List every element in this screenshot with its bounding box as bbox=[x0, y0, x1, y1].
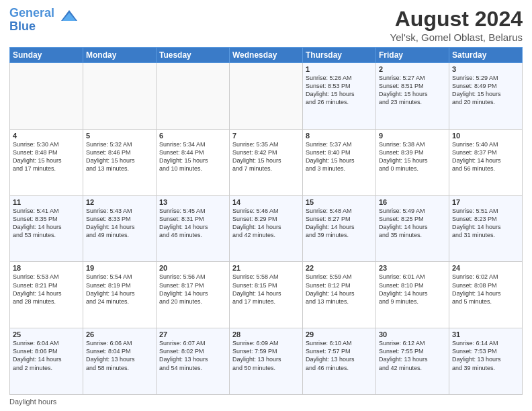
day-number: 27 bbox=[159, 330, 226, 338]
footer: Daylight hours bbox=[9, 398, 523, 406]
day-info: Sunrise: 5:37 AM Sunset: 8:40 PM Dayligh… bbox=[306, 140, 373, 173]
calendar-cell bbox=[230, 63, 303, 130]
day-number: 14 bbox=[232, 198, 300, 206]
calendar-cell: 1Sunrise: 5:26 AM Sunset: 8:53 PM Daylig… bbox=[303, 63, 376, 130]
day-info: Sunrise: 5:26 AM Sunset: 8:53 PM Dayligh… bbox=[306, 74, 373, 107]
calendar-cell: 20Sunrise: 5:56 AM Sunset: 8:17 PM Dayli… bbox=[157, 262, 230, 328]
calendar-cell: 18Sunrise: 5:53 AM Sunset: 8:21 PM Dayli… bbox=[10, 262, 83, 328]
calendar-cell: 2Sunrise: 5:27 AM Sunset: 8:51 PM Daylig… bbox=[376, 63, 449, 130]
day-number: 28 bbox=[232, 330, 300, 338]
day-info: Sunrise: 5:58 AM Sunset: 8:15 PM Dayligh… bbox=[232, 273, 300, 306]
day-info: Sunrise: 6:04 AM Sunset: 8:06 PM Dayligh… bbox=[13, 339, 80, 372]
day-number: 25 bbox=[13, 330, 80, 338]
logo-icon bbox=[56, 7, 77, 26]
calendar-cell: 8Sunrise: 5:37 AM Sunset: 8:40 PM Daylig… bbox=[303, 129, 376, 195]
calendar-cell: 30Sunrise: 6:12 AM Sunset: 7:55 PM Dayli… bbox=[376, 328, 449, 395]
page: General Blue August 2024 Yel'sk, Gomel O… bbox=[0, 0, 532, 411]
calendar-cell: 16Sunrise: 5:49 AM Sunset: 8:25 PM Dayli… bbox=[376, 195, 449, 262]
calendar-cell: 21Sunrise: 5:58 AM Sunset: 8:15 PM Dayli… bbox=[230, 262, 303, 328]
calendar-cell: 9Sunrise: 5:38 AM Sunset: 8:39 PM Daylig… bbox=[376, 129, 449, 195]
calendar-cell: 29Sunrise: 6:10 AM Sunset: 7:57 PM Dayli… bbox=[303, 328, 376, 395]
day-number: 31 bbox=[452, 330, 519, 338]
calendar-cell: 3Sunrise: 5:29 AM Sunset: 8:49 PM Daylig… bbox=[449, 63, 523, 130]
day-number: 2 bbox=[379, 65, 446, 73]
calendar-cell: 6Sunrise: 5:34 AM Sunset: 8:44 PM Daylig… bbox=[157, 129, 230, 195]
day-info: Sunrise: 5:54 AM Sunset: 8:19 PM Dayligh… bbox=[86, 273, 153, 306]
day-info: Sunrise: 6:14 AM Sunset: 7:53 PM Dayligh… bbox=[452, 339, 519, 372]
calendar-cell: 26Sunrise: 6:06 AM Sunset: 8:04 PM Dayli… bbox=[83, 328, 157, 395]
day-number: 18 bbox=[13, 264, 80, 272]
footer-label: Daylight hours bbox=[9, 398, 56, 406]
day-number: 23 bbox=[379, 264, 446, 272]
calendar-cell: 25Sunrise: 6:04 AM Sunset: 8:06 PM Dayli… bbox=[10, 328, 83, 395]
day-number: 4 bbox=[13, 132, 80, 140]
day-header-sunday: Sunday bbox=[10, 48, 83, 63]
logo-text: General Blue bbox=[9, 7, 54, 34]
day-number: 16 bbox=[379, 198, 446, 206]
title-block: August 2024 Yel'sk, Gomel Oblast, Belaru… bbox=[390, 7, 523, 43]
day-info: Sunrise: 5:34 AM Sunset: 8:44 PM Dayligh… bbox=[159, 140, 226, 173]
day-info: Sunrise: 6:01 AM Sunset: 8:10 PM Dayligh… bbox=[379, 273, 446, 306]
day-info: Sunrise: 6:02 AM Sunset: 8:08 PM Dayligh… bbox=[452, 273, 519, 306]
calendar-cell: 27Sunrise: 6:07 AM Sunset: 8:02 PM Dayli… bbox=[157, 328, 230, 395]
calendar-cell: 5Sunrise: 5:32 AM Sunset: 8:46 PM Daylig… bbox=[83, 129, 157, 195]
day-number: 24 bbox=[452, 264, 519, 272]
day-number: 6 bbox=[159, 132, 226, 140]
day-number: 8 bbox=[306, 132, 373, 140]
day-info: Sunrise: 5:48 AM Sunset: 8:27 PM Dayligh… bbox=[306, 207, 373, 240]
calendar-cell: 12Sunrise: 5:43 AM Sunset: 8:33 PM Dayli… bbox=[83, 195, 157, 262]
day-info: Sunrise: 5:41 AM Sunset: 8:35 PM Dayligh… bbox=[13, 207, 80, 240]
day-info: Sunrise: 5:59 AM Sunset: 8:12 PM Dayligh… bbox=[306, 273, 373, 306]
day-info: Sunrise: 5:35 AM Sunset: 8:42 PM Dayligh… bbox=[232, 140, 300, 173]
day-number: 7 bbox=[232, 132, 300, 140]
day-info: Sunrise: 5:29 AM Sunset: 8:49 PM Dayligh… bbox=[452, 74, 519, 107]
calendar-cell: 22Sunrise: 5:59 AM Sunset: 8:12 PM Dayli… bbox=[303, 262, 376, 328]
calendar-cell: 19Sunrise: 5:54 AM Sunset: 8:19 PM Dayli… bbox=[83, 262, 157, 328]
calendar-cell: 10Sunrise: 5:40 AM Sunset: 8:37 PM Dayli… bbox=[449, 129, 523, 195]
day-header-friday: Friday bbox=[376, 48, 449, 63]
calendar-cell: 28Sunrise: 6:09 AM Sunset: 7:59 PM Dayli… bbox=[230, 328, 303, 395]
day-header-saturday: Saturday bbox=[449, 48, 523, 63]
day-number: 12 bbox=[86, 198, 153, 206]
day-info: Sunrise: 6:10 AM Sunset: 7:57 PM Dayligh… bbox=[306, 339, 373, 372]
day-number: 9 bbox=[379, 132, 446, 140]
day-number: 30 bbox=[379, 330, 446, 338]
day-header-wednesday: Wednesday bbox=[230, 48, 303, 63]
calendar-cell: 4Sunrise: 5:30 AM Sunset: 8:48 PM Daylig… bbox=[10, 129, 83, 195]
day-number: 5 bbox=[86, 132, 153, 140]
calendar-cell: 13Sunrise: 5:45 AM Sunset: 8:31 PM Dayli… bbox=[157, 195, 230, 262]
day-number: 26 bbox=[86, 330, 153, 338]
day-info: Sunrise: 5:38 AM Sunset: 8:39 PM Dayligh… bbox=[379, 140, 446, 173]
day-header-monday: Monday bbox=[83, 48, 157, 63]
day-info: Sunrise: 5:40 AM Sunset: 8:37 PM Dayligh… bbox=[452, 140, 519, 173]
day-number: 15 bbox=[306, 198, 373, 206]
header: General Blue August 2024 Yel'sk, Gomel O… bbox=[9, 7, 523, 43]
day-info: Sunrise: 6:12 AM Sunset: 7:55 PM Dayligh… bbox=[379, 339, 446, 372]
day-info: Sunrise: 5:46 AM Sunset: 8:29 PM Dayligh… bbox=[232, 207, 300, 240]
calendar-cell bbox=[10, 63, 83, 130]
subtitle: Yel'sk, Gomel Oblast, Belarus bbox=[390, 32, 523, 43]
calendar-cell: 17Sunrise: 5:51 AM Sunset: 8:23 PM Dayli… bbox=[449, 195, 523, 262]
day-number: 20 bbox=[159, 264, 226, 272]
day-number: 10 bbox=[452, 132, 519, 140]
day-header-thursday: Thursday bbox=[303, 48, 376, 63]
calendar-cell: 7Sunrise: 5:35 AM Sunset: 8:42 PM Daylig… bbox=[230, 129, 303, 195]
day-info: Sunrise: 6:07 AM Sunset: 8:02 PM Dayligh… bbox=[159, 339, 226, 372]
day-number: 11 bbox=[13, 198, 80, 206]
calendar-cell: 31Sunrise: 6:14 AM Sunset: 7:53 PM Dayli… bbox=[449, 328, 523, 395]
day-info: Sunrise: 5:51 AM Sunset: 8:23 PM Dayligh… bbox=[452, 207, 519, 240]
day-number: 22 bbox=[306, 264, 373, 272]
day-info: Sunrise: 5:32 AM Sunset: 8:46 PM Dayligh… bbox=[86, 140, 153, 173]
day-info: Sunrise: 5:43 AM Sunset: 8:33 PM Dayligh… bbox=[86, 207, 153, 240]
day-number: 3 bbox=[452, 65, 519, 73]
day-number: 19 bbox=[86, 264, 153, 272]
day-info: Sunrise: 5:56 AM Sunset: 8:17 PM Dayligh… bbox=[159, 273, 226, 306]
calendar-cell: 23Sunrise: 6:01 AM Sunset: 8:10 PM Dayli… bbox=[376, 262, 449, 328]
day-info: Sunrise: 5:53 AM Sunset: 8:21 PM Dayligh… bbox=[13, 273, 80, 306]
calendar-cell: 15Sunrise: 5:48 AM Sunset: 8:27 PM Dayli… bbox=[303, 195, 376, 262]
calendar-cell: 11Sunrise: 5:41 AM Sunset: 8:35 PM Dayli… bbox=[10, 195, 83, 262]
day-info: Sunrise: 5:30 AM Sunset: 8:48 PM Dayligh… bbox=[13, 140, 80, 173]
calendar-cell bbox=[83, 63, 157, 130]
main-title: August 2024 bbox=[390, 7, 523, 32]
day-number: 21 bbox=[232, 264, 300, 272]
